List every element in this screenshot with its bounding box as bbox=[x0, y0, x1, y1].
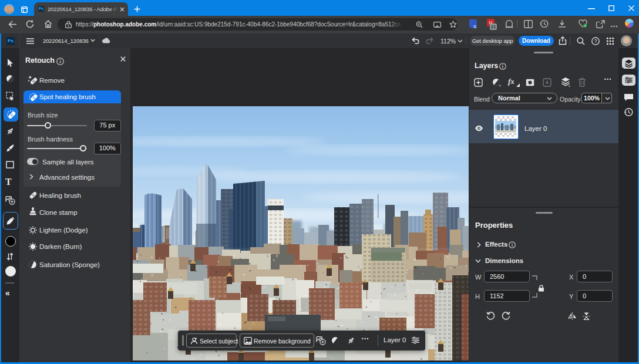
svg-text:?: ? bbox=[594, 38, 597, 44]
